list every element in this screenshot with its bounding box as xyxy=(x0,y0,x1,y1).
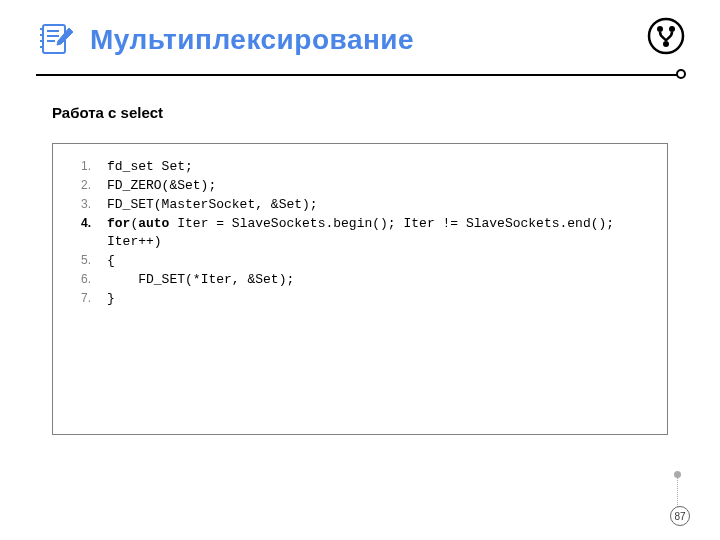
branch-circle-icon xyxy=(646,16,686,56)
code-text: } xyxy=(91,290,115,309)
code-text: fd_set Set; xyxy=(91,158,193,177)
code-block: 1.fd_set Set;2.FD_ZERO(&Set);3.FD_SET(Ma… xyxy=(52,143,668,435)
code-line: 7.} xyxy=(61,290,653,309)
svg-point-10 xyxy=(669,26,675,32)
code-line: 6. FD_SET(*Iter, &Set); xyxy=(61,271,653,290)
code-line: 1.fd_set Set; xyxy=(61,158,653,177)
line-number: 1. xyxy=(61,158,91,175)
line-number: 3. xyxy=(61,196,91,213)
page-number: 87 xyxy=(670,506,690,526)
slide-header: Мультиплексирование xyxy=(36,20,684,60)
slide-title: Мультиплексирование xyxy=(90,24,414,56)
notepad-pencil-icon xyxy=(36,20,76,60)
slide: Мультиплексирование Работа с select 1.fd… xyxy=(0,0,720,540)
code-text: FD_SET(*Iter, &Set); xyxy=(91,271,294,290)
code-text: for(auto Iter = SlaveSockets.begin(); It… xyxy=(91,215,653,253)
code-text: FD_SET(MasterSocket, &Set); xyxy=(91,196,318,215)
code-line: 3.FD_SET(MasterSocket, &Set); xyxy=(61,196,653,215)
svg-point-11 xyxy=(663,41,669,47)
code-text: { xyxy=(91,252,115,271)
page-connector-line xyxy=(677,477,679,507)
code-line: 4.for(auto Iter = SlaveSockets.begin(); … xyxy=(61,215,653,253)
code-line: 5.{ xyxy=(61,252,653,271)
line-number: 5. xyxy=(61,252,91,269)
svg-point-8 xyxy=(649,19,683,53)
line-number: 4. xyxy=(61,215,91,232)
page-connector-dot xyxy=(674,471,681,478)
code-text: FD_ZERO(&Set); xyxy=(91,177,216,196)
header-divider xyxy=(36,74,684,76)
line-number: 2. xyxy=(61,177,91,194)
line-number: 6. xyxy=(61,271,91,288)
divider-endpoint-dot xyxy=(676,69,686,79)
svg-point-9 xyxy=(657,26,663,32)
line-number: 7. xyxy=(61,290,91,307)
page-number-badge: 87 xyxy=(670,506,690,526)
section-subtitle: Работа с select xyxy=(52,104,684,121)
code-line: 2.FD_ZERO(&Set); xyxy=(61,177,653,196)
